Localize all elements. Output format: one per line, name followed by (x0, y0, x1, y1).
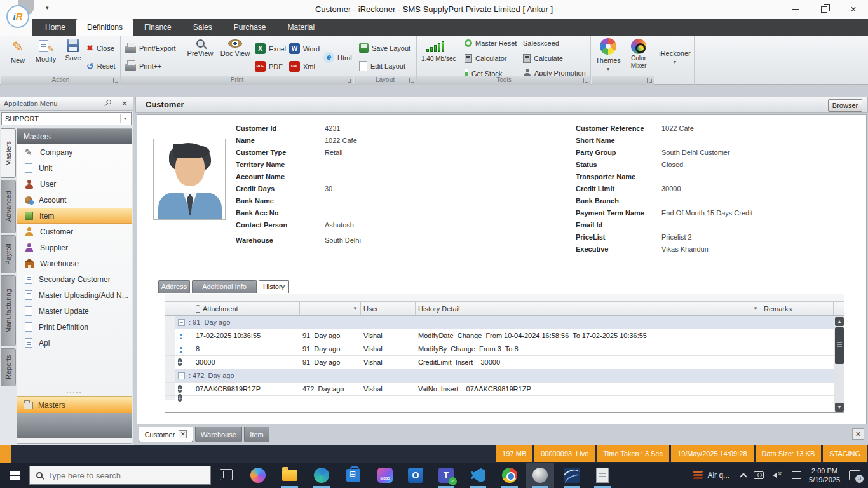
ribbon-tab-purchase[interactable]: Purchase (223, 19, 277, 36)
sidebar-item-master-uploading[interactable]: Master Uploading/Add N... (17, 287, 132, 303)
column-header-user[interactable]: User (361, 302, 416, 315)
network-icon[interactable] (792, 471, 801, 479)
notification-center-icon[interactable]: 3 (849, 470, 860, 480)
action-dialog-launcher[interactable] (113, 78, 119, 83)
ireckoner-menu-button[interactable]: iReckoner▾ (656, 50, 693, 65)
grid-group-row[interactable]: −: 91 Day ago (165, 316, 844, 329)
ribbon-tab-sales[interactable]: Sales (182, 19, 223, 36)
taskbar-ireckoner-icon[interactable] (526, 463, 554, 488)
themes-button[interactable]: Themes▾ (594, 38, 622, 72)
sidebar-item-print-definition[interactable]: Print Definition (17, 319, 132, 335)
ribbon-tab-home[interactable]: Home (34, 19, 76, 36)
taskbar-m365-icon[interactable]: M365 (371, 463, 399, 488)
pin-icon[interactable] (106, 99, 112, 105)
vertical-tab-advanced[interactable]: Advanced (1, 180, 16, 233)
html-button[interactable]: eHtml (323, 52, 352, 63)
excel-button[interactable]: XExcel (255, 43, 286, 54)
taskbar-copilot-icon[interactable] (244, 463, 272, 488)
sidebar-item-secondary-customer[interactable]: Secondary Customer (17, 271, 132, 287)
master-reset-button[interactable]: Master Reset (465, 39, 517, 47)
grid-row[interactable]: 17-02-2025 10:36:55 91 Day ago Vishal Mo… (165, 329, 844, 342)
sidebar-item-warehouse[interactable]: Warehouse (17, 255, 132, 271)
minimize-button[interactable] (780, 0, 810, 19)
grid-group-row[interactable]: −: 472 Day ago (165, 369, 844, 383)
close-form-button[interactable]: ✖Close (86, 43, 114, 53)
sidebar-item-supplier[interactable]: Supplier (17, 240, 132, 255)
xml-button[interactable]: XMLXml (289, 61, 315, 72)
scroll-thumb[interactable] (835, 327, 844, 364)
sidebar-splitter[interactable]: ····· (17, 390, 132, 396)
doc-view-button[interactable]: Doc View (218, 39, 252, 57)
task-view-icon[interactable] (220, 469, 233, 480)
print-dialog-launcher[interactable] (346, 78, 351, 83)
vertical-tab-reports[interactable]: Reports (1, 348, 16, 386)
calculate-button[interactable]: Calculate (523, 54, 563, 63)
print-plus-button[interactable]: Print++ (125, 61, 161, 71)
vertical-tab-payroll[interactable]: Payroll (1, 235, 16, 273)
restore-button[interactable] (810, 0, 839, 19)
new-button[interactable]: ✎New (5, 39, 31, 64)
modify-button[interactable]: ✎Modify (32, 39, 60, 63)
masters-footer-button[interactable]: Masters (17, 396, 132, 413)
taskbar-teams-icon[interactable]: T (432, 463, 460, 488)
sidebar-item-account[interactable]: Account (17, 192, 132, 208)
air-quality-icon[interactable] (693, 470, 703, 480)
color-mixer-button[interactable]: ColorMixer (625, 39, 653, 69)
grid-row[interactable]: + 30000 91 Day ago Vishal CreditLimit In… (165, 356, 844, 369)
column-header-attachment[interactable]: Attachment (193, 302, 300, 315)
sidebar-item-company[interactable]: ✎Company (17, 144, 132, 160)
salesxceed-button[interactable]: Salesxceed (523, 39, 559, 47)
tab-history[interactable]: History (259, 280, 289, 293)
taskbar-edge-icon[interactable] (308, 463, 336, 488)
grid-row[interactable]: + 07AAKCB9819R1ZP 472 Day ago Vishal Vat… (165, 383, 844, 396)
air-quality-widget[interactable]: Air q... (707, 471, 729, 480)
start-button[interactable] (0, 463, 29, 488)
close-button[interactable]: × (839, 0, 868, 19)
cast-icon[interactable] (754, 471, 764, 479)
collapse-icon[interactable]: − (178, 372, 185, 379)
taskbar-store-icon[interactable] (339, 463, 367, 488)
column-header-remarks[interactable]: Remarks (761, 302, 834, 315)
grid-row[interactable]: 8 91 Day ago Vishal ModifyBy Change From… (165, 342, 844, 356)
doc-tab-customer[interactable]: Customer✕ (139, 427, 193, 442)
vertical-tab-masters[interactable]: Masters (1, 128, 16, 178)
scroll-down-icon[interactable]: ▼ (835, 403, 844, 412)
sidebar-item-unit[interactable]: Unit (17, 160, 132, 176)
word-button[interactable]: WWord (289, 43, 320, 54)
layout-dialog-launcher[interactable] (409, 78, 415, 83)
taskbar-outlook-icon[interactable]: O (402, 463, 430, 488)
taskbar-clock[interactable]: 2:09 PM5/19/2025 (809, 466, 840, 484)
filter-icon[interactable]: ▼ (353, 306, 358, 311)
doc-tab-close-icon[interactable]: ✕ (179, 430, 187, 438)
ribbon-tab-finance[interactable]: Finance (133, 19, 182, 36)
calculator-button[interactable]: Calculator (465, 54, 507, 63)
taskbar-sql-tool-icon[interactable] (558, 463, 586, 488)
taskbar-chrome-icon[interactable] (496, 463, 524, 488)
print-export-button[interactable]: Print/Export (125, 43, 175, 53)
sidebar-item-item[interactable]: Item (17, 208, 132, 224)
ribbon-tab-material[interactable]: Material (276, 19, 325, 36)
tab-strip-close-button[interactable]: ✕ (852, 428, 864, 440)
scroll-up-icon[interactable]: ▲ (835, 317, 844, 326)
preview-button[interactable]: PreView (185, 39, 215, 57)
taskbar-notepad-icon[interactable] (588, 463, 616, 488)
doc-tab-item[interactable]: Item (244, 427, 269, 442)
browser-button[interactable]: Browser (828, 99, 862, 112)
sidebar-item-api[interactable]: Api (17, 335, 132, 351)
column-header-history-detail[interactable]: History Detail▼ (416, 302, 761, 315)
filter-icon[interactable]: ▼ (753, 306, 758, 311)
taskbar-vscode-icon[interactable] (464, 463, 492, 488)
save-layout-button[interactable]: Save Layout (359, 43, 410, 53)
vertical-tab-manufacturing[interactable]: Manufacturing (1, 275, 16, 346)
collapse-icon[interactable]: − (178, 319, 185, 326)
ribbon-tab-definitions[interactable]: Definitions (76, 19, 133, 36)
taskbar-file-explorer-icon[interactable] (276, 463, 304, 488)
search-input[interactable] (48, 471, 194, 480)
tab-additional-info[interactable]: Additional Info (192, 280, 257, 293)
themes-dialog-launcher[interactable] (647, 78, 653, 83)
save-button[interactable]: Save (61, 39, 85, 62)
sidebar-item-customer[interactable]: Customer (17, 224, 132, 240)
volume-muted-icon[interactable] (773, 471, 784, 480)
edit-layout-button[interactable]: Edit Layout (359, 61, 405, 71)
taskbar-search[interactable] (29, 466, 211, 485)
